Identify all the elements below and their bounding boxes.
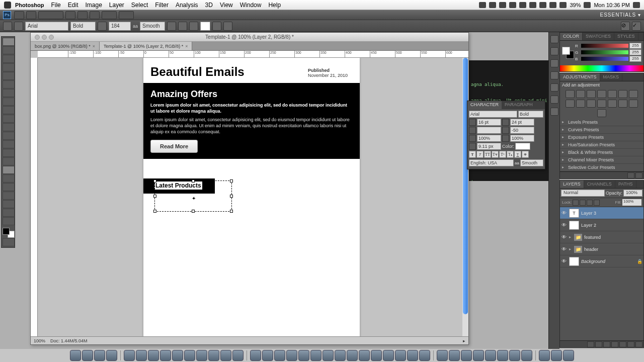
menubar-icon[interactable] <box>519 2 526 8</box>
layer-name[interactable]: Layer 3 <box>581 211 596 216</box>
workspace-switcher[interactable]: ESSENTIALS ▾ <box>600 12 641 18</box>
adj-invert-icon[interactable] <box>597 100 606 108</box>
dock-app-icon[interactable] <box>250 350 261 361</box>
layer-row[interactable]: 👁Background🔒 <box>560 255 643 267</box>
char-font[interactable]: Arial <box>469 111 517 118</box>
clock[interactable]: Mon 10:36 PM <box>594 2 630 8</box>
healing-tool[interactable] <box>3 89 15 97</box>
arrange-docs-button[interactable] <box>102 11 117 19</box>
menu-filter[interactable]: Filter <box>155 2 169 9</box>
adj-chanmix-icon[interactable] <box>587 100 596 108</box>
view-extras-button[interactable] <box>26 11 36 19</box>
history-brush-tool[interactable] <box>3 115 15 123</box>
group-icon[interactable] <box>619 341 626 347</box>
panel-icon[interactable] <box>550 59 558 67</box>
text-orientation-icon[interactable] <box>14 22 23 31</box>
bridge-button[interactable] <box>14 11 24 19</box>
crop-tool[interactable] <box>3 72 15 80</box>
close-tab-icon[interactable]: × <box>93 44 95 49</box>
status-zoom[interactable]: 100% <box>34 338 45 343</box>
character-panel-icon[interactable] <box>223 22 232 31</box>
adj-gradmap-icon[interactable] <box>629 100 638 108</box>
menubar-icon[interactable] <box>489 2 496 8</box>
char-aa[interactable]: Smooth <box>520 159 543 166</box>
char-vscale[interactable]: 100% <box>477 135 501 142</box>
dock-app-icon[interactable] <box>232 350 244 361</box>
dock-app-icon[interactable] <box>335 350 346 361</box>
align-right-icon[interactable] <box>189 22 198 31</box>
cancel-icon[interactable]: ⊘ <box>621 22 630 31</box>
strike-icon[interactable]: T <box>522 151 529 158</box>
lock-all-icon[interactable] <box>594 200 600 206</box>
allcaps-icon[interactable]: TT <box>484 151 491 158</box>
tool-preset-icon[interactable] <box>3 22 12 31</box>
menubar-icon[interactable] <box>559 2 567 8</box>
brush-tool[interactable] <box>3 98 15 106</box>
menu-layer[interactable]: Layer <box>109 2 124 9</box>
dock-app-icon[interactable] <box>461 350 472 361</box>
close-tab-icon[interactable]: × <box>185 44 188 49</box>
adjustment-layer-icon[interactable] <box>611 341 618 347</box>
panel-icon[interactable] <box>550 108 558 116</box>
new-layer-icon[interactable] <box>627 341 634 347</box>
commit-icon[interactable]: ✓ <box>632 22 641 31</box>
char-weight[interactable]: Bold <box>518 111 543 118</box>
char-language[interactable]: English: USA <box>469 159 514 166</box>
opacity-field[interactable]: 100% <box>623 190 642 197</box>
tab-character[interactable]: CHARACTER <box>467 101 502 109</box>
b-slider[interactable] <box>581 57 628 61</box>
menubar-icon[interactable] <box>549 2 556 8</box>
handle-n[interactable] <box>192 179 195 183</box>
menu-help[interactable]: Help <box>268 2 281 9</box>
visibility-icon[interactable]: 👁 <box>561 210 567 216</box>
menu-view[interactable]: View <box>220 2 233 9</box>
dock-app-icon[interactable] <box>184 350 195 361</box>
panel-button[interactable] <box>627 172 634 178</box>
dock-app-icon[interactable] <box>371 350 382 361</box>
zoom-tool[interactable] <box>3 217 15 225</box>
ps-icon[interactable]: Ps <box>3 11 11 19</box>
menu-3d[interactable]: 3D <box>205 2 213 9</box>
tab-paragraph[interactable]: PARAGRAPH <box>502 101 536 109</box>
layer-name[interactable]: Background <box>581 259 605 264</box>
visibility-icon[interactable]: 👁 <box>561 234 567 240</box>
window-titlebar[interactable]: Template-1 @ 100% (Layer 2, RGB/8) * <box>31 33 468 42</box>
visibility-icon[interactable]: 👁 <box>561 246 567 252</box>
tab-swatches[interactable]: SWATCHES <box>583 33 614 40</box>
dock-app-icon[interactable] <box>473 350 484 361</box>
font-family-field[interactable]: Arial <box>25 22 68 31</box>
antialias-field[interactable]: Smooth <box>140 22 165 31</box>
char-kerning[interactable] <box>477 127 501 134</box>
rotate-view-icon[interactable] <box>90 11 100 19</box>
dock-app-icon[interactable] <box>106 350 117 361</box>
type-tool[interactable] <box>3 166 15 174</box>
italic-icon[interactable]: T <box>476 151 484 158</box>
dock-app-icon[interactable] <box>172 350 183 361</box>
dock-app-icon[interactable] <box>509 350 520 361</box>
handle-nw[interactable] <box>153 179 156 183</box>
adj-hue-icon[interactable] <box>618 90 627 98</box>
canvas[interactable]: Beautiful Emails Published November 21, … <box>38 58 462 336</box>
char-size[interactable]: 16 pt <box>477 119 501 126</box>
panel-icon[interactable] <box>550 83 558 92</box>
ruler-vertical[interactable] <box>31 58 38 336</box>
marquee-tool[interactable] <box>3 46 15 54</box>
dock-app-icon[interactable] <box>82 350 93 361</box>
center-point-icon[interactable]: ✦ <box>192 196 196 201</box>
layer-mask-icon[interactable] <box>603 341 610 347</box>
ruler-horizontal[interactable]: -150-100-5005010015020025030035040045050… <box>38 51 468 58</box>
dock-app-icon[interactable] <box>497 350 508 361</box>
dock-app-icon[interactable] <box>449 350 460 361</box>
preset-item[interactable]: Black & White Presets <box>560 149 643 156</box>
stamp-tool[interactable] <box>3 106 15 114</box>
adj-vibrance-icon[interactable] <box>608 90 617 98</box>
spotlight-icon[interactable] <box>633 2 640 8</box>
bold-icon[interactable]: T <box>469 151 476 158</box>
screen-mode-button[interactable] <box>119 11 134 19</box>
dock-app-icon[interactable] <box>208 350 219 361</box>
doc-tab[interactable]: box.png @ 100% (RGB/8) *× <box>31 42 100 50</box>
dock-finder-icon[interactable] <box>70 350 81 361</box>
3d-tool[interactable] <box>3 192 15 200</box>
scrollbar-vertical[interactable] <box>462 58 468 336</box>
move-tool[interactable] <box>3 38 15 46</box>
